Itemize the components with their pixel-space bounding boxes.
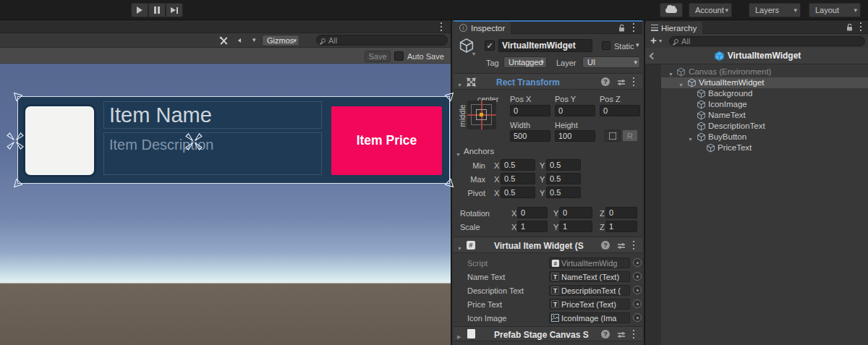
description-text-element[interactable]: Item Description bbox=[103, 132, 322, 175]
anchor-preset-button[interactable] bbox=[467, 101, 496, 129]
auto-save-checkbox[interactable] bbox=[394, 51, 404, 61]
script-component-header[interactable]: Virtual Item Widget (S ? bbox=[454, 237, 642, 253]
lock-icon[interactable] bbox=[618, 24, 626, 33]
rotation-y-field[interactable]: 0 bbox=[559, 207, 592, 218]
icon-image-object-picker[interactable] bbox=[633, 313, 642, 322]
rotation-x-field[interactable]: 0 bbox=[517, 207, 548, 218]
step-button[interactable] bbox=[166, 3, 183, 17]
name-text-object-picker[interactable] bbox=[633, 272, 642, 281]
account-dropdown[interactable]: Account bbox=[689, 3, 732, 17]
anchor-gizmo-icon[interactable] bbox=[185, 133, 203, 150]
anchor-gizmo-left-icon[interactable] bbox=[7, 132, 24, 150]
scene-viewport[interactable]: Item Name Item Description Item Price bbox=[0, 64, 451, 345]
anchors-fold-icon[interactable] bbox=[456, 149, 461, 158]
buy-button-element[interactable]: Item Price bbox=[331, 106, 442, 175]
script-presets-icon[interactable] bbox=[617, 242, 626, 250]
hierarchy-menu-icon[interactable] bbox=[860, 22, 861, 31]
tree-row-background[interactable]: Background bbox=[645, 88, 868, 99]
rect-transform-menu-icon[interactable] bbox=[633, 77, 634, 86]
scale-x-field[interactable]: 1 bbox=[517, 221, 548, 232]
scene-tools-icon[interactable] bbox=[218, 36, 229, 46]
prefab-root-title[interactable]: VirtualItemWidget bbox=[728, 51, 801, 61]
playmode-controls bbox=[131, 3, 183, 17]
save-button[interactable]: Save bbox=[365, 51, 391, 62]
inspector-menu-icon[interactable] bbox=[633, 23, 634, 32]
presets-icon[interactable] bbox=[617, 78, 626, 87]
virtual-item-widget-canvas[interactable]: Item Name Item Description Item Price bbox=[18, 97, 449, 183]
static-checkbox[interactable] bbox=[602, 41, 610, 50]
rect-transform-header[interactable]: Rect Transform ? bbox=[454, 73, 642, 90]
tree-row-buybutton[interactable]: BuyButton bbox=[645, 132, 868, 142]
cloud-services-button[interactable] bbox=[660, 3, 683, 17]
rect-handle-top-left[interactable] bbox=[10, 89, 23, 102]
gizmos-dropdown[interactable]: Gizmos bbox=[262, 35, 299, 46]
scene-menu-icon[interactable] bbox=[441, 22, 442, 31]
script-help-icon[interactable]: ? bbox=[601, 241, 610, 250]
tab-inspector[interactable]: Inspector bbox=[454, 22, 511, 34]
layer-dropdown[interactable]: UI bbox=[582, 56, 640, 68]
prefab-canvas-menu-icon[interactable] bbox=[633, 330, 634, 338]
description-text-field-value[interactable]: DescriptionText ( bbox=[549, 285, 630, 296]
canvas-fold-icon[interactable] bbox=[668, 69, 673, 77]
prefab-canvas-presets-icon[interactable] bbox=[617, 331, 626, 339]
scene-search-field[interactable]: All bbox=[316, 35, 448, 46]
tab-hierarchy[interactable]: Hierarchy bbox=[645, 22, 702, 34]
name-text-element[interactable]: Item Name bbox=[103, 101, 322, 129]
blueprint-mode-button[interactable] bbox=[605, 129, 621, 142]
play-button[interactable] bbox=[131, 3, 148, 17]
pause-button[interactable] bbox=[148, 3, 166, 17]
pivot-y-field[interactable]: 0.5 bbox=[546, 187, 581, 198]
prefab-canvas-component-header[interactable]: Prefab Stage Canvas S ? bbox=[454, 326, 642, 341]
prefab-canvas-fold-icon[interactable] bbox=[457, 331, 461, 340]
min-y-field[interactable]: 0.5 bbox=[546, 159, 581, 171]
tree-row-nametext[interactable]: NameText bbox=[645, 110, 868, 121]
height-field[interactable]: 100 bbox=[555, 130, 595, 142]
min-x-field[interactable]: 0.5 bbox=[501, 159, 535, 171]
name-text-field-value[interactable]: NameText (Text) bbox=[549, 271, 630, 282]
price-text-object-picker[interactable] bbox=[633, 299, 642, 308]
pos-x-field[interactable]: 0 bbox=[510, 105, 550, 116]
static-dropdown-arrow[interactable]: ▾ bbox=[636, 41, 639, 48]
buybutton-fold-icon[interactable] bbox=[688, 134, 693, 142]
rotation-z-field[interactable]: 0 bbox=[605, 207, 637, 218]
virtualitemwidget-fold-icon[interactable] bbox=[678, 80, 684, 88]
script-menu-icon[interactable] bbox=[633, 241, 634, 250]
script-field-value[interactable]: VirtualItemWidg bbox=[549, 257, 630, 268]
description-text-object-picker[interactable] bbox=[633, 286, 642, 294]
scale-y-field[interactable]: 1 bbox=[559, 221, 592, 232]
rect-transform-fold-icon[interactable] bbox=[457, 80, 462, 88]
tree-row-pricetext[interactable]: PriceText bbox=[645, 142, 868, 153]
pos-y-field[interactable]: 0 bbox=[555, 105, 595, 116]
price-text-field-value[interactable]: PriceText (Text) bbox=[549, 299, 630, 310]
tree-row-iconimage[interactable]: IconImage bbox=[645, 99, 868, 110]
width-field[interactable]: 500 bbox=[510, 130, 550, 142]
prefab-back-icon[interactable] bbox=[650, 53, 657, 60]
icon-image-field-value[interactable]: IconImage (Ima bbox=[549, 312, 630, 323]
tree-row-canvas[interactable]: Canvas (Environment) bbox=[645, 67, 868, 77]
hierarchy-lock-icon[interactable] bbox=[846, 23, 854, 32]
create-dropdown-arrow[interactable]: ▾ bbox=[659, 38, 662, 44]
tree-row-virtualitemwidget[interactable]: VirtualItemWidget bbox=[645, 77, 868, 88]
active-checkbox[interactable] bbox=[485, 41, 495, 51]
prefab-canvas-help-icon[interactable]: ? bbox=[601, 330, 610, 338]
layout-dropdown[interactable]: Layout bbox=[809, 3, 861, 17]
tree-row-descriptiontext[interactable]: DescriptionText bbox=[645, 121, 868, 132]
layers-dropdown[interactable]: Layers bbox=[749, 3, 801, 17]
script-object-picker[interactable] bbox=[633, 258, 642, 267]
scale-z-field[interactable]: 1 bbox=[605, 221, 637, 232]
max-x-field[interactable]: 0.5 bbox=[501, 173, 535, 184]
gameobject-name-field[interactable]: VirtualItemWidget bbox=[498, 39, 592, 52]
create-object-button[interactable] bbox=[650, 34, 657, 46]
camera-dropdown-arrow-icon[interactable]: ▾ bbox=[252, 36, 256, 43]
raw-edit-mode-button[interactable]: R bbox=[622, 129, 638, 142]
help-icon[interactable]: ? bbox=[601, 77, 610, 86]
script-component-fold-icon[interactable] bbox=[457, 243, 462, 252]
pos-z-field[interactable]: 0 bbox=[600, 105, 640, 116]
tag-dropdown[interactable]: Untagged bbox=[503, 56, 547, 68]
max-y-field[interactable]: 0.5 bbox=[546, 173, 581, 184]
icon-image-placeholder[interactable] bbox=[25, 106, 94, 175]
hierarchy-search-field[interactable]: All bbox=[669, 36, 865, 46]
rect-handle-bottom-left[interactable] bbox=[10, 177, 23, 190]
pivot-x-field[interactable]: 0.5 bbox=[501, 187, 535, 198]
gameobject-icon-dropdown-arrow[interactable]: ▾ bbox=[472, 51, 475, 57]
